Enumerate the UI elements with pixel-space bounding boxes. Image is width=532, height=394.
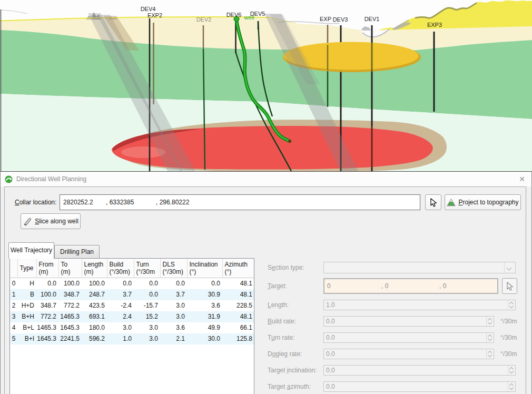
table-cell[interactable]: 348.7 bbox=[58, 289, 82, 300]
dialog-titlebar[interactable]: Directional Well Planning ✕ bbox=[1, 172, 531, 186]
table-cell[interactable]: 48.1 bbox=[222, 289, 254, 300]
table-cell[interactable]: 49.9 bbox=[187, 322, 222, 333]
table-cell[interactable]: 772.2 bbox=[58, 300, 82, 311]
table-cell[interactable]: B bbox=[17, 289, 36, 300]
slice-along-well-button[interactable]: Slice along well bbox=[21, 213, 81, 229]
table-cell[interactable]: 3.6 bbox=[187, 300, 222, 311]
column-header[interactable]: To(m) bbox=[58, 259, 82, 278]
table-cell[interactable]: 348.7 bbox=[36, 300, 58, 311]
table-cell[interactable]: 0.0 bbox=[134, 289, 160, 300]
table-cell[interactable]: 1645.3 bbox=[36, 333, 58, 344]
table-cell[interactable]: 228.5 bbox=[222, 300, 254, 311]
table-cell[interactable]: 2.4 bbox=[107, 311, 134, 322]
table-cell[interactable]: 0.0 bbox=[107, 278, 134, 290]
table-cell[interactable]: 48.1 bbox=[222, 278, 254, 290]
column-header[interactable]: From(m) bbox=[36, 259, 58, 278]
table-cell[interactable]: 100.0 bbox=[82, 278, 107, 290]
table-cell[interactable]: 0.0 bbox=[187, 278, 222, 290]
spinner[interactable] bbox=[508, 382, 515, 391]
table-cell[interactable]: B+I bbox=[17, 333, 36, 344]
project-to-topography-button[interactable]: Project to topography bbox=[445, 194, 521, 210]
table-cell[interactable]: 0.0 bbox=[160, 278, 187, 290]
table-cell[interactable]: 772.2 bbox=[36, 311, 58, 322]
column-header[interactable]: Length(m) bbox=[82, 259, 107, 278]
table-cell[interactable]: B+H bbox=[17, 311, 36, 322]
table-cell[interactable]: 3.7 bbox=[107, 289, 134, 300]
table-cell[interactable]: 125.8 bbox=[222, 333, 254, 344]
column-header[interactable]: Azimuth(°) bbox=[222, 259, 254, 278]
table-cell[interactable]: 3.0 bbox=[160, 311, 187, 322]
table-cell[interactable]: 30.0 bbox=[187, 333, 222, 344]
table-cell[interactable]: 0.0 bbox=[134, 278, 160, 290]
table-row[interactable]: 5B+I1645.32241.5596.21.03.02.130.0125.8 bbox=[10, 333, 254, 344]
table-cell[interactable]: B+L bbox=[17, 322, 36, 333]
turn-rate-input[interactable]: 0.0 bbox=[323, 332, 494, 343]
spinner[interactable] bbox=[508, 300, 515, 310]
tab-well-trajectory[interactable]: Well Trajectory bbox=[8, 242, 54, 259]
column-header[interactable]: Turn(°/30m bbox=[134, 259, 160, 278]
tab-drilling-plan[interactable]: Drilling Plan bbox=[54, 245, 100, 259]
spinner[interactable] bbox=[486, 349, 494, 359]
table-cell[interactable]: 3.0 bbox=[134, 333, 160, 344]
spinner[interactable] bbox=[486, 317, 494, 326]
3d-scene-view[interactable]: DEV4 EXP2 DEV2 DEV6 well DEV5 EXP DEV3 D… bbox=[0, 0, 532, 171]
table-cell[interactable]: 3.0 bbox=[107, 322, 134, 333]
table-cell[interactable]: 2241.5 bbox=[58, 333, 82, 344]
table-cell[interactable]: 4 bbox=[10, 322, 17, 333]
pick-collar-button[interactable] bbox=[425, 194, 441, 210]
build-rate-input[interactable]: 0.0 bbox=[323, 316, 494, 327]
column-header[interactable]: DLS(°/30m) bbox=[160, 259, 187, 278]
chevron-down-icon[interactable] bbox=[504, 262, 515, 273]
table-cell[interactable]: 30.9 bbox=[187, 289, 222, 300]
section-type-combo[interactable] bbox=[323, 262, 516, 273]
table-cell[interactable]: H bbox=[17, 278, 36, 290]
column-header[interactable] bbox=[10, 259, 17, 278]
column-header[interactable]: Build(°/30m) bbox=[107, 259, 134, 278]
table-cell[interactable]: 2.1 bbox=[160, 333, 187, 344]
table-cell[interactable]: 1.0 bbox=[107, 333, 134, 344]
length-input[interactable]: 1.0 bbox=[323, 300, 516, 310]
spinner[interactable] bbox=[508, 366, 515, 375]
pick-target-button[interactable] bbox=[502, 278, 517, 294]
table-cell[interactable]: 0.0 bbox=[36, 278, 58, 290]
close-icon[interactable]: ✕ bbox=[519, 172, 525, 186]
table-cell[interactable]: 31.9 bbox=[187, 311, 222, 322]
table-cell[interactable]: 3.0 bbox=[134, 322, 160, 333]
table-cell[interactable]: 100.0 bbox=[36, 289, 58, 300]
table-cell[interactable]: 3.7 bbox=[160, 289, 187, 300]
table-cell[interactable]: 48.1 bbox=[222, 311, 254, 322]
table-cell[interactable]: -2.4 bbox=[107, 300, 134, 311]
dogleg-rate-input[interactable]: 0.0 bbox=[323, 349, 494, 359]
table-cell[interactable]: 1465.3 bbox=[58, 311, 82, 322]
table-cell[interactable]: -15.7 bbox=[134, 300, 160, 311]
table-cell[interactable]: 3.6 bbox=[160, 322, 187, 333]
column-header[interactable]: Inclination(°) bbox=[187, 259, 222, 278]
collar-location-input[interactable]: 2820252.2 , 6332385 , 296.80222 bbox=[60, 194, 420, 210]
table-cell[interactable]: 180.0 bbox=[82, 322, 107, 333]
table-cell[interactable]: 1645.3 bbox=[58, 322, 82, 333]
table-cell[interactable]: 3.0 bbox=[160, 300, 187, 311]
target-input[interactable]: 0 , 0 , 0 bbox=[323, 278, 498, 294]
table-row[interactable]: 4B+L1465.31645.3180.03.03.03.649.966.1 bbox=[10, 322, 254, 333]
table-cell[interactable]: 693.1 bbox=[82, 311, 107, 322]
table-cell[interactable]: 1 bbox=[10, 289, 17, 300]
table-row[interactable]: 0H0.0100.0100.00.00.00.00.048.1 bbox=[10, 278, 254, 290]
target-inclination-input[interactable]: 0.0 bbox=[323, 365, 516, 376]
table-cell[interactable]: 15.2 bbox=[134, 311, 160, 322]
table-cell[interactable]: 2 bbox=[10, 300, 17, 311]
table-cell[interactable]: 1465.3 bbox=[36, 322, 58, 333]
table-cell[interactable]: 423.5 bbox=[82, 300, 107, 311]
table-cell[interactable]: 66.1 bbox=[222, 322, 254, 333]
table-cell[interactable]: 3 bbox=[10, 311, 17, 322]
column-header[interactable]: Type bbox=[17, 259, 36, 278]
table-cell[interactable]: H+D bbox=[17, 300, 36, 311]
target-azimuth-input[interactable]: 0.0 bbox=[323, 381, 516, 392]
table-row[interactable]: 2H+D348.7772.2423.5-2.4-15.73.03.6228.5 bbox=[10, 300, 254, 311]
table-cell[interactable]: 0 bbox=[10, 278, 17, 290]
table-cell[interactable]: 100.0 bbox=[58, 278, 82, 290]
table-cell[interactable]: 596.2 bbox=[82, 333, 107, 344]
table-row[interactable]: 1B100.0348.7248.73.70.03.730.948.1 bbox=[10, 289, 254, 300]
table-cell[interactable]: 248.7 bbox=[82, 289, 107, 300]
table-cell[interactable]: 5 bbox=[10, 333, 17, 344]
table-row[interactable]: 3B+H772.21465.3693.12.415.23.031.948.1 bbox=[10, 311, 254, 322]
